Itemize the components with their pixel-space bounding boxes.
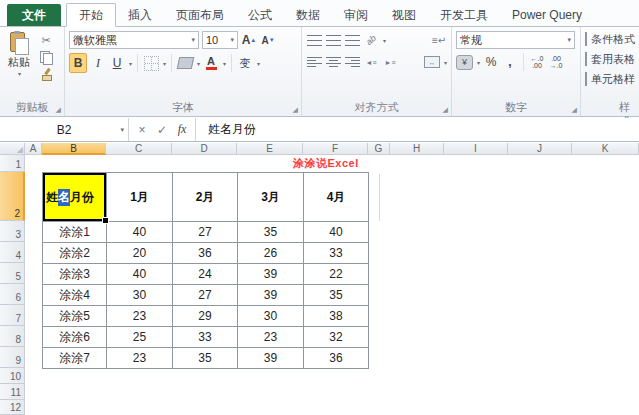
conditional-formatting-button[interactable]: 条件格式 [585,29,635,49]
insert-function-icon[interactable]: fx [173,121,191,139]
row-header-3[interactable]: 3 [0,221,25,242]
value-cell[interactable]: 35 [238,222,304,243]
font-name-combo[interactable]: 微软雅黑 ▾ [69,31,199,49]
fill-color-dropdown-icon[interactable]: ▾ [197,60,200,67]
name-box[interactable]: B2 ▾ [0,118,129,141]
cell-B2-editing[interactable]: 姓名月份 [43,173,107,222]
row-header-10[interactable]: 10 [0,368,25,384]
value-cell[interactable]: 40 [107,222,173,243]
italic-button[interactable]: I [90,54,106,72]
paste-dropdown-icon[interactable]: ▾ [18,70,21,77]
name-cell-涂涂6[interactable]: 涂涂6 [43,327,107,348]
decrease-decimal-button[interactable]: .00 →.0 [548,53,564,71]
alignment-dialog-launcher-icon[interactable]: ◢ [443,106,448,113]
value-cell[interactable]: 27 [173,222,238,243]
name-cell-涂涂3[interactable]: 涂涂3 [43,264,107,285]
header-cell-1月[interactable]: 1月 [107,173,173,222]
row-header-8[interactable]: 8 [0,326,25,347]
value-cell[interactable]: 23 [107,348,173,369]
confirm-edit-icon[interactable]: ✓ [153,121,171,139]
name-cell-涂涂1[interactable]: 涂涂1 [43,222,107,243]
copy-icon[interactable] [38,50,54,64]
format-as-table-button[interactable]: 套用表格格式 [585,49,635,69]
row-header-4[interactable]: 4 [0,242,25,263]
row-header-12[interactable]: 12 [0,400,25,415]
shrink-font-button[interactable]: A▼ [260,31,276,49]
align-top-button[interactable] [306,31,322,49]
column-header-K[interactable]: K [572,143,639,155]
orientation-dropdown-icon[interactable]: ▾ [383,37,386,44]
header-cell-4月[interactable]: 4月 [304,173,369,222]
phonetic-guide-button[interactable]: 变 [237,54,253,72]
cancel-edit-icon[interactable]: × [133,121,151,139]
name-cell-涂涂4[interactable]: 涂涂4 [43,285,107,306]
number-format-dropdown-icon[interactable]: ▾ [567,36,571,44]
column-header-B[interactable]: B [42,143,106,155]
align-right-button[interactable] [344,53,360,71]
value-cell[interactable]: 30 [238,306,304,327]
header-cell-3月[interactable]: 3月 [238,173,304,222]
wrap-text-button[interactable]: ≡↵ [431,31,447,49]
value-cell[interactable]: 35 [304,285,369,306]
value-cell[interactable]: 27 [173,285,238,306]
value-cell[interactable]: 30 [107,285,173,306]
borders-dropdown-icon[interactable]: ▾ [163,60,166,67]
align-bottom-button[interactable] [344,31,360,49]
value-cell[interactable]: 22 [304,264,369,285]
tab-页面布局[interactable]: 页面布局 [164,4,236,26]
tab-公式[interactable]: 公式 [236,4,284,26]
underline-button[interactable]: U [109,54,125,72]
value-cell[interactable]: 20 [107,243,173,264]
phonetic-dropdown-icon[interactable]: ▾ [257,60,260,67]
font-color-dropdown-icon[interactable]: ▾ [223,60,226,67]
value-cell[interactable]: 33 [304,243,369,264]
bold-button[interactable]: B [69,53,87,73]
value-cell[interactable]: 23 [107,306,173,327]
select-all-button[interactable]: ◢ [0,143,25,155]
value-cell[interactable]: 36 [304,348,369,369]
align-center-button[interactable] [325,53,341,71]
column-header-H[interactable]: H [390,143,444,155]
row-header-9[interactable]: 9 [0,347,25,368]
row-header-1[interactable]: 1 [0,155,25,172]
name-cell-涂涂5[interactable]: 涂涂5 [43,306,107,327]
comma-style-button[interactable]: , [502,53,518,71]
paste-button[interactable]: 粘贴 ▾ [4,31,34,100]
fill-handle[interactable] [102,217,109,224]
column-header-J[interactable]: J [508,143,572,155]
number-format-combo[interactable]: 常规 ▾ [456,31,575,49]
tab-开始[interactable]: 开始 [66,3,116,27]
row-header-7[interactable]: 7 [0,305,25,326]
value-cell[interactable]: 26 [238,243,304,264]
accounting-dropdown-icon[interactable]: ▾ [477,59,480,66]
row-header-2[interactable]: 2 [0,172,25,221]
tab-视图[interactable]: 视图 [380,4,428,26]
row-header-11[interactable]: 11 [0,384,25,400]
number-dialog-launcher-icon[interactable]: ◢ [572,106,577,113]
font-name-dropdown-icon[interactable]: ▾ [191,36,195,44]
grow-font-button[interactable]: A▲ [241,31,257,49]
align-left-button[interactable] [306,53,322,71]
font-color-button[interactable]: A [203,54,219,72]
value-cell[interactable]: 25 [107,327,173,348]
name-cell-涂涂7[interactable]: 涂涂7 [43,348,107,369]
value-cell[interactable]: 40 [107,264,173,285]
row-header-6[interactable]: 6 [0,284,25,305]
value-cell[interactable]: 33 [173,327,238,348]
header-cell-2月[interactable]: 2月 [173,173,238,222]
formula-input[interactable]: 姓名月份 [196,118,639,141]
orientation-button[interactable]: ab [363,31,379,49]
column-header-A[interactable]: A [25,143,42,155]
align-middle-button[interactable] [325,31,341,49]
tab-file[interactable]: 文件 [7,4,61,26]
tab-Power Query[interactable]: Power Query [500,4,594,26]
accounting-format-button[interactable]: ¥ [456,53,473,71]
tab-插入[interactable]: 插入 [116,4,164,26]
value-cell[interactable]: 38 [304,306,369,327]
value-cell[interactable]: 39 [238,348,304,369]
font-dialog-launcher-icon[interactable]: ◢ [293,106,298,113]
tab-开发工具[interactable]: 开发工具 [428,4,500,26]
borders-button[interactable] [143,54,159,72]
value-cell[interactable]: 36 [173,243,238,264]
fill-color-button[interactable] [177,54,193,72]
